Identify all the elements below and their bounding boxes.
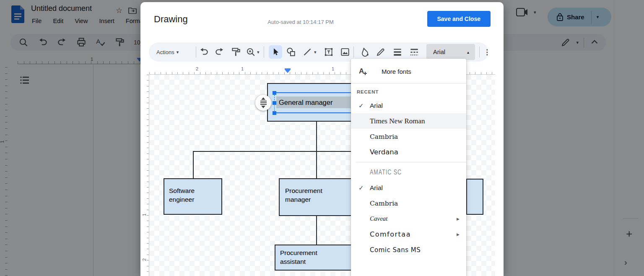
submenu-arrow-icon: ▶ — [457, 217, 460, 221]
text-box-tool-icon[interactable] — [323, 47, 334, 57]
font-family-value: Arial — [433, 49, 445, 55]
triangle-up-icon — [261, 97, 265, 100]
org-box-label-selected[interactable]: General manager — [276, 96, 355, 108]
check-icon: ✓ — [358, 102, 370, 109]
menu-divider — [356, 162, 466, 162]
menu-item-font-caveat[interactable]: Caveat ▶ — [351, 211, 466, 227]
save-and-close-button[interactable]: Save and Close — [427, 11, 491, 27]
menu-item-more-fonts[interactable]: A More fonts — [351, 62, 466, 81]
divider — [196, 47, 196, 57]
fill-color-icon[interactable] — [358, 47, 369, 57]
org-box-partial[interactable] — [466, 179, 483, 215]
connector-line — [193, 151, 194, 178]
selection-handle[interactable] — [273, 101, 276, 105]
line-spacing-button[interactable] — [255, 95, 271, 111]
divider — [479, 47, 480, 57]
paint-format-icon[interactable] — [231, 47, 242, 57]
menu-item-font-amatic-sc[interactable]: AMATIC SC — [351, 164, 466, 180]
ruler-indent-marker-icon[interactable] — [285, 68, 291, 73]
org-box-label: Software engineer — [169, 187, 195, 203]
more-fonts-label: More fonts — [382, 68, 411, 75]
autosave-status: Auto-saved at 10:14:17 PM — [259, 19, 343, 25]
org-box-procurement-manager[interactable]: Procurement manager — [279, 178, 354, 216]
menu-item-font-arial-recent[interactable]: ✓ Arial — [351, 98, 466, 113]
image-tool-icon[interactable] — [340, 47, 351, 57]
drawing-dialog: Drawing Auto-saved at 10:14:17 PM Save a… — [140, 2, 504, 276]
org-box-procurement-assistant[interactable]: Procurement assistant — [275, 245, 358, 271]
menu-item-font-comfortaa[interactable]: Comfortaa ▶ — [351, 227, 466, 242]
connector-line — [316, 122, 317, 151]
line-tool-icon[interactable] — [302, 47, 313, 57]
submenu-arrow-icon: ▶ — [457, 232, 460, 237]
menu-item-font-cambria-recent[interactable]: Cambria — [351, 129, 466, 144]
border-color-pencil-icon[interactable] — [375, 47, 386, 57]
undo-icon[interactable] — [198, 47, 209, 57]
divider — [353, 47, 354, 57]
svg-text:A: A — [359, 67, 364, 75]
font-dropdown-menu: A More fonts RECENT ✓ Arial Times New Ro… — [351, 59, 466, 276]
chevron-down-icon: ▾ — [177, 49, 179, 55]
chevron-down-icon[interactable]: ▾ — [314, 49, 317, 55]
connector-line — [316, 216, 317, 245]
menu-item-font-verdana[interactable]: Verdana — [351, 144, 466, 160]
redo-icon[interactable] — [214, 47, 225, 57]
canvas-ruler-vertical: 1 2 3 — [143, 75, 149, 276]
shape-tool-icon[interactable] — [286, 47, 296, 57]
selection-handle[interactable] — [273, 91, 276, 95]
zoom-tool-icon[interactable] — [245, 47, 256, 57]
more-options-icon[interactable]: ⋮ — [483, 48, 491, 57]
menu-item-font-times-new-roman[interactable]: Times New Roman — [351, 113, 466, 129]
border-dash-icon[interactable] — [409, 47, 420, 57]
border-weight-icon[interactable] — [392, 47, 403, 57]
font-family-dropdown[interactable]: Arial ▴ — [426, 44, 475, 60]
recent-heading: RECENT — [351, 83, 466, 98]
org-box-software-engineer[interactable]: Software engineer — [164, 178, 222, 215]
divider — [264, 47, 264, 57]
org-box-label: Procurement assistant — [280, 248, 330, 266]
menu-item-font-cambria[interactable]: Cambria — [351, 195, 466, 211]
menu-item-font-arial[interactable]: ✓ Arial — [351, 180, 466, 195]
chevron-up-icon: ▴ — [467, 50, 469, 55]
select-tool-button-active[interactable] — [269, 45, 282, 59]
check-icon: ✓ — [358, 184, 370, 192]
connector-line — [316, 151, 317, 178]
org-box-label: Procurement manager — [285, 186, 331, 204]
dialog-title: Drawing — [154, 14, 188, 25]
menu-item-font-comic-sans-ms[interactable]: Comic Sans MS — [351, 242, 466, 258]
cursor-icon — [271, 47, 280, 57]
triangle-down-icon — [261, 106, 265, 108]
chevron-down-icon[interactable]: ▾ — [257, 49, 260, 55]
selection-handle[interactable] — [273, 111, 276, 115]
actions-menu-button[interactable]: Actions▾ — [156, 49, 179, 55]
add-font-icon: A — [358, 66, 369, 76]
